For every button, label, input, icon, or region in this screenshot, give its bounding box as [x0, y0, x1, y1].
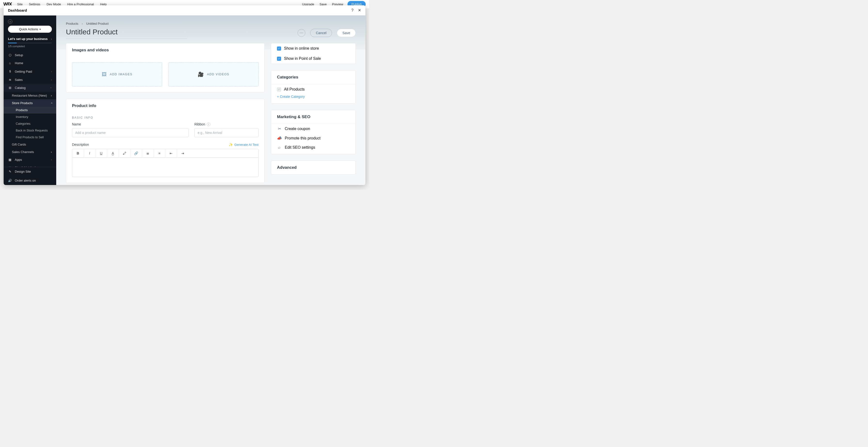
- nav-setup[interactable]: ⬡ Setup: [4, 51, 56, 59]
- close-icon[interactable]: ✕: [358, 8, 361, 12]
- order-alerts-label: Order alerts on: [15, 179, 52, 182]
- ribbon-input[interactable]: [194, 128, 258, 137]
- link-button[interactable]: 🔗: [130, 149, 142, 158]
- nav-back-in-stock[interactable]: Back in Stock Requests: [4, 127, 56, 134]
- nav-sales[interactable]: ≋ Sales ›: [4, 76, 56, 84]
- video-icon: 🎥: [198, 71, 204, 77]
- quick-actions-button[interactable]: Quick Actions ▾: [8, 26, 52, 33]
- breadcrumb: Products › Untitled Product: [56, 15, 365, 26]
- site-favorite-icon[interactable]: ☆: [8, 20, 12, 24]
- all-products-checkbox: ✓: [277, 88, 281, 92]
- dashboard-sidebar: ‹ ☆ Quick Actions ▾ Let's set up your bu…: [4, 15, 56, 185]
- bold-button[interactable]: B: [72, 149, 84, 158]
- marketing-title: Marketing & SEO: [271, 110, 355, 124]
- nav-getting-paid[interactable]: ＄ Getting Paid ›: [4, 67, 56, 76]
- info-icon[interactable]: i: [207, 123, 210, 126]
- save-button[interactable]: Save: [337, 29, 356, 37]
- product-title-input[interactable]: [66, 27, 187, 39]
- edit-seo-row[interactable]: ⌕ Edit SEO settings: [271, 143, 355, 154]
- nav-catalog[interactable]: ⊞ Catalog ›: [4, 84, 56, 92]
- indent-button[interactable]: ⇥: [177, 149, 188, 158]
- more-actions-button[interactable]: ⋯: [298, 29, 305, 37]
- nav-inventory[interactable]: Inventory: [4, 113, 56, 121]
- volume-icon: 🔊: [8, 179, 12, 182]
- images-videos-title: Images and videos: [66, 43, 265, 57]
- sparkle-icon: ✨: [229, 143, 233, 146]
- dashboard-modal: Dashboard ? ✕ ‹ ☆ Quick Actions ▾ Let's …: [4, 5, 365, 185]
- seo-icon: ⌕: [277, 145, 282, 150]
- product-editor-content: Products › Untitled Product ⋯ Cancel Sav…: [56, 15, 365, 185]
- nav-label: Setup: [15, 53, 52, 57]
- chevron-right-icon: ›: [51, 150, 52, 154]
- help-icon[interactable]: ?: [351, 8, 353, 12]
- design-icon: ✎: [8, 170, 12, 173]
- images-videos-card: Images and videos 🖼 ADD IMAGES 🎥 ADD VID…: [66, 43, 265, 93]
- breadcrumb-current: Untitled Product: [86, 22, 109, 26]
- description-label: Description: [72, 143, 89, 146]
- highlight-button[interactable]: 🖍: [119, 149, 130, 158]
- chevron-right-icon: ›: [51, 158, 52, 161]
- sidebar-nav: ⬡ Setup ⌂ Home ＄ Getting Paid › ≋ Sales …: [4, 51, 56, 167]
- product-name-input[interactable]: [72, 128, 188, 137]
- create-category-link[interactable]: + Create Category: [271, 95, 311, 103]
- nav-home[interactable]: ⌂ Home: [4, 59, 56, 67]
- nav-apps[interactable]: ▦ Apps ›: [4, 156, 56, 164]
- sub-label: Restaurant Menus (New): [12, 94, 47, 97]
- create-coupon-row[interactable]: ✂ Create coupon: [271, 124, 355, 133]
- breadcrumb-products[interactable]: Products: [66, 22, 78, 26]
- categories-title: Categories: [271, 70, 355, 84]
- basic-info-label: BASIC INFO: [66, 113, 265, 121]
- order-alerts-toggle[interactable]: 🔊 Order alerts on: [4, 176, 56, 185]
- image-icon: 🖼: [102, 72, 107, 77]
- edit-seo-label: Edit SEO settings: [285, 145, 315, 150]
- nav-store-products[interactable]: Store Products ›: [4, 99, 56, 107]
- categories-card: Categories ✓ All Products + Create Categ…: [271, 70, 356, 104]
- cancel-button[interactable]: Cancel: [310, 29, 332, 37]
- nav-label: Apps: [15, 158, 48, 162]
- chevron-up-icon: ›: [50, 102, 53, 103]
- description-textarea[interactable]: [72, 158, 258, 177]
- quick-actions-label: Quick Actions: [19, 27, 38, 31]
- show-online-checkbox[interactable]: ✓: [277, 46, 281, 50]
- nav-label: Home: [15, 61, 52, 65]
- catalog-icon: ⊞: [8, 86, 12, 90]
- ribbon-label: Ribbon: [194, 122, 205, 126]
- sub-label: Sales Channels: [12, 150, 34, 154]
- bullet-list-button[interactable]: ≣: [142, 149, 154, 158]
- nav-label: Sales: [15, 78, 48, 81]
- setup-title: Let's set up your business: [8, 37, 48, 41]
- add-videos-button[interactable]: 🎥 ADD VIDEOS: [168, 62, 258, 87]
- add-images-label: ADD IMAGES: [110, 73, 132, 76]
- nav-categories[interactable]: Categories: [4, 121, 56, 127]
- setup-progress-block[interactable]: Let's set up your business › 1/5 complet…: [4, 36, 56, 51]
- nav-find-products[interactable]: Find Products to Sell: [4, 134, 56, 141]
- breadcrumb-separator-icon: ›: [82, 22, 83, 26]
- show-online-label: Show in online store: [284, 46, 319, 50]
- outdent-button[interactable]: ⇤: [165, 149, 177, 158]
- show-pos-checkbox[interactable]: ✓: [277, 57, 281, 61]
- all-products-label: All Products: [284, 87, 305, 92]
- nav-restaurant-menus[interactable]: Restaurant Menus (New) ›: [4, 92, 56, 99]
- nav-label: Catalog: [15, 86, 48, 90]
- setup-progress-fill: [8, 43, 17, 43]
- promote-product-row[interactable]: 📣 Promote this product: [271, 133, 355, 143]
- generate-ai-label: Generate AI Text: [234, 143, 258, 146]
- sidebar-footer: ✎ Design Site 🔊 Order alerts on: [4, 167, 56, 185]
- underline-button[interactable]: U: [95, 149, 107, 158]
- nav-site-mobile[interactable]: ▣ Site & Mobile App ›: [4, 164, 56, 167]
- nav-gift-cards[interactable]: Gift Cards: [4, 141, 56, 148]
- design-site-button[interactable]: ✎ Design Site: [4, 167, 56, 176]
- nav-products[interactable]: Products: [4, 107, 56, 113]
- chevron-right-icon: ›: [51, 78, 52, 81]
- advanced-title: Advanced: [271, 161, 355, 174]
- nav-sales-channels[interactable]: Sales Channels ›: [4, 148, 56, 156]
- text-color-button[interactable]: A̲: [107, 149, 119, 158]
- chevron-down-icon: ▾: [39, 28, 41, 31]
- promote-label: Promote this product: [285, 136, 320, 140]
- number-list-button[interactable]: ≡: [154, 149, 165, 158]
- setup-progress-bar: [8, 43, 52, 43]
- add-images-button[interactable]: 🖼 ADD IMAGES: [72, 62, 162, 87]
- generate-ai-text-button[interactable]: ✨ Generate AI Text: [229, 143, 258, 146]
- apps-icon: ▦: [8, 158, 12, 162]
- italic-button[interactable]: I: [84, 149, 95, 158]
